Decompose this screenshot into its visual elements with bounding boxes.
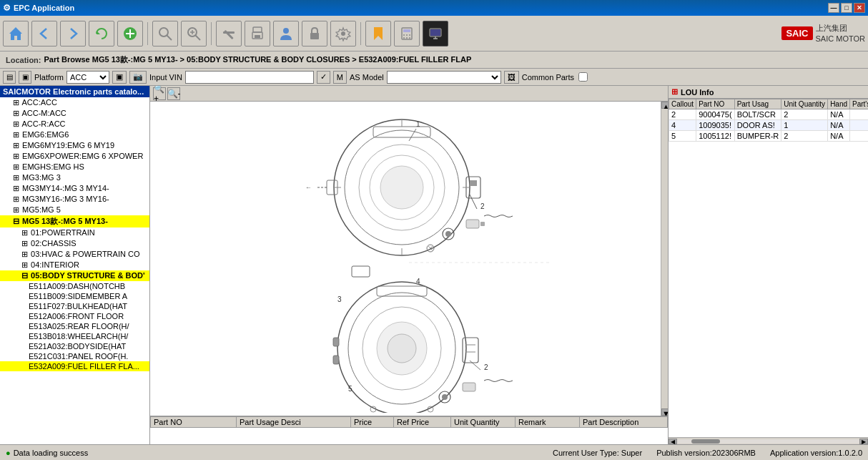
vin-model-button[interactable]: M — [333, 71, 347, 84]
toolbar: SAIC 上汽集团 SAIC MOTOR — [0, 16, 868, 52]
user-type: Current User Type: Super — [553, 449, 642, 457]
main-content: SAICMOTOR Electronic parts catalo... ⊞ A… — [0, 86, 868, 444]
tree-item-04-interior[interactable]: ⊞ 04:INTERIOR — [0, 260, 149, 270]
panels-row: SAICMOTOR Electronic parts catalo... ⊞ A… — [0, 86, 868, 444]
parts-row-empty — [151, 428, 668, 441]
tree-item-e521a032[interactable]: E521A032:BODYSIDE(HAT — [0, 341, 149, 351]
app-title: EPC Application — [14, 4, 74, 12]
tree-item-e511f027[interactable]: E511F027:BULKHEAD(HAT — [0, 301, 149, 311]
vin-scan-button[interactable]: 📷 — [129, 71, 147, 84]
add-button[interactable] — [117, 21, 143, 47]
model-pic-button[interactable]: 🖼 — [504, 71, 519, 84]
svg-rect-39 — [470, 180, 477, 186]
svg-point-26 — [406, 37, 408, 39]
tree-item-acc[interactable]: ⊞ ACC:ACC — [0, 97, 149, 108]
tree-item-mg5[interactable]: ⊞ MG5:MG 5 — [0, 205, 149, 215]
vin-input[interactable] — [185, 71, 314, 84]
expand-tree-button[interactable]: ▤ — [3, 71, 16, 84]
tree-item-e513b018[interactable]: E513B018:WHEELARCH(H/ — [0, 331, 149, 341]
bookmark-button[interactable] — [365, 21, 391, 47]
lou-hscrollbar[interactable]: ◀ ▶ — [669, 437, 868, 444]
tree-item-emg6[interactable]: ⊞ EMG6:EMG6 — [0, 129, 149, 140]
tree-item-mg3[interactable]: ⊞ MG3:MG 3 — [0, 172, 149, 183]
tree-item-e532a009[interactable]: E532A009:FUEL FILLER FLA... — [0, 361, 149, 371]
platform-label: Platform — [34, 73, 64, 82]
tree-item-mg3my16[interactable]: ⊞ MG3MY16-:MG 3 MY16- — [0, 194, 149, 205]
tree-item-emg6xpower[interactable]: ⊞ EMG6XPOWER:EMG 6 XPOWER — [0, 151, 149, 162]
svg-text:2: 2 — [480, 202, 485, 210]
maximize-button[interactable]: □ — [841, 3, 852, 13]
tree-item-e511b009[interactable]: E511B009:SIDEMEMBER A — [0, 291, 149, 301]
expand-icon: ⊞ — [20, 228, 29, 238]
tree-item-mg5-13[interactable]: ⊟ MG5 13款-:MG 5 MY13- — [0, 215, 149, 227]
search-button[interactable] — [152, 21, 178, 47]
callout-3: 5 — [669, 131, 696, 142]
col-parts-info: Part's Ir — [850, 99, 868, 109]
expand-icon: ⊞ — [11, 109, 20, 118]
tree-item-e521c031[interactable]: E521C031:PANEL ROOF(H. — [0, 351, 149, 361]
tree-item-mg3my14[interactable]: ⊞ MG3MY14-:MG 3 MY14- — [0, 183, 149, 194]
lock-button[interactable] — [302, 21, 327, 47]
tree-item-e511a009[interactable]: E511A009:DASH(NOTCHB — [0, 281, 149, 291]
svg-rect-51 — [466, 220, 479, 228]
as-model-select[interactable] — [387, 71, 501, 84]
svg-rect-21 — [403, 29, 410, 32]
svg-rect-17 — [310, 33, 319, 39]
svg-rect-68 — [333, 338, 339, 346]
tree-item-acc-r[interactable]: ⊞ ACC-R:ACC — [0, 119, 149, 129]
svg-point-16 — [283, 28, 289, 34]
vin-submit-button[interactable]: ✓ — [317, 71, 330, 84]
print-button[interactable] — [245, 21, 270, 47]
svg-rect-12 — [224, 29, 233, 39]
tree-item-e513a025[interactable]: E513A025:REAR FLOOR(H/ — [0, 321, 149, 331]
tree-item-03-hvac[interactable]: ⊞ 03:HVAC & POWERTRAIN CO — [0, 249, 149, 260]
platform-select[interactable]: ACC — [66, 71, 109, 84]
svg-text:3: 3 — [337, 295, 342, 303]
svg-rect-42 — [373, 127, 430, 137]
tree-item-01-powertrain[interactable]: ⊞ 01:POWERTRAIN — [0, 227, 149, 238]
expand-icon: ⊞ — [11, 119, 20, 129]
tree-item-acc-m[interactable]: ⊞ ACC-M:ACC — [0, 108, 149, 119]
col-unit-qty: Unit Quantity — [781, 99, 828, 109]
refresh-button[interactable] — [89, 21, 114, 47]
zoom-button[interactable] — [181, 21, 207, 47]
zoom-out-button[interactable]: 🔍- — [167, 87, 180, 100]
lou-table: Callout Part NO Part Usag Unit Quantity … — [669, 99, 868, 142]
tree-item-02-chassis[interactable]: ⊞ 02:CHASSIS — [0, 238, 149, 249]
person-button[interactable] — [273, 21, 299, 47]
minimize-button[interactable]: — — [828, 3, 839, 13]
logo-chinese: 上汽集团 — [816, 23, 865, 33]
common-parts-checkbox[interactable] — [578, 72, 588, 82]
saic-logo-text: SAIC — [786, 28, 808, 39]
parts-table: Part NO Part Usage Desci Price Ref Price… — [150, 416, 668, 441]
monitor-button[interactable] — [423, 21, 448, 47]
svg-line-8 — [195, 35, 200, 40]
close-button[interactable]: ✕ — [854, 3, 865, 13]
svg-line-45 — [470, 195, 477, 209]
expand-icon: ⊞ — [20, 239, 29, 248]
tools-button[interactable] — [216, 21, 242, 47]
tree-item-e512a006[interactable]: E512A006:FRONT FLOOR — [0, 311, 149, 321]
tree-item-emghs[interactable]: ⊞ EMGHS:EMG HS — [0, 162, 149, 172]
col-part-desc: Part Description — [580, 417, 668, 428]
expand-icon: ⊞ — [11, 141, 20, 150]
svg-text:2: 2 — [484, 363, 488, 371]
diagram-panel: 🔍+ 🔍- 1 — [150, 86, 668, 416]
calc-button[interactable] — [394, 21, 420, 47]
diagram-vscrollbar[interactable]: ▲ ▼ — [661, 102, 668, 416]
collapse-tree-button[interactable]: ▣ — [19, 71, 31, 84]
forward-button[interactable] — [60, 21, 86, 47]
home-button[interactable] — [3, 21, 29, 47]
zoom-in-button[interactable]: 🔍+ — [153, 87, 166, 100]
tree-item-05-body[interactable]: ⊟ 05:BODY STRUCTURE & BOD' — [0, 270, 149, 281]
settings-button[interactable] — [330, 21, 356, 47]
info-2 — [850, 120, 868, 131]
col-unit-qty: Unit Quantity — [451, 417, 516, 428]
center-and-bottom: 🔍+ 🔍- 1 — [150, 86, 668, 444]
svg-rect-74 — [377, 286, 427, 296]
svg-point-22 — [403, 34, 405, 36]
back-button[interactable] — [31, 21, 57, 47]
filter-apply-button[interactable]: ▣ — [112, 71, 127, 84]
tree-item-emg6my19[interactable]: ⊞ EMG6MY19:EMG 6 MY19 — [0, 140, 149, 151]
part-no-2: 1009035! — [696, 120, 735, 131]
